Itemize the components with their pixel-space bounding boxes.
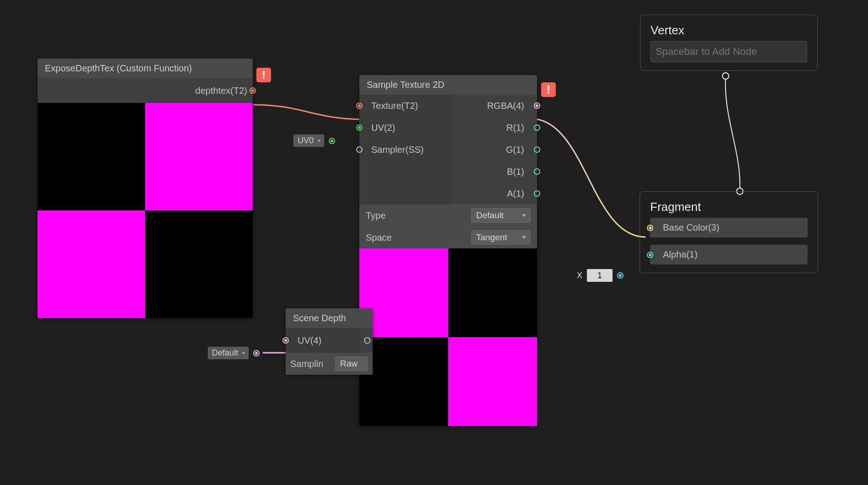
node-expose-depth-tex[interactable]: ExposeDepthTex (Custom Function) depthte…: [38, 59, 253, 318]
port-label-r: R(1): [506, 123, 524, 133]
port-alpha-value-out[interactable]: [617, 272, 624, 279]
node-scene-depth[interactable]: Scene Depth UV(4) O Samplin Raw: [286, 308, 373, 375]
warning-icon[interactable]: !: [256, 68, 271, 82]
port-out-r[interactable]: [534, 124, 540, 131]
node-preview: [38, 103, 253, 318]
slot-label-alpha: Alpha(1): [663, 249, 698, 260]
dropdown-type[interactable]: Default: [471, 208, 531, 223]
port-out-b[interactable]: [534, 168, 540, 175]
vertex-stack[interactable]: Vertex: [640, 15, 818, 71]
node-title: Scene Depth: [286, 308, 373, 328]
node-title: ExposeDepthTex (Custom Function): [38, 59, 253, 78]
port-label-b: B(1): [507, 167, 524, 177]
port-label-uv: UV(4): [298, 335, 321, 346]
fragment-title: Fragment: [650, 200, 808, 214]
port-label-a: A(1): [507, 189, 524, 199]
uv-channel-control: UV0: [293, 135, 335, 147]
slot-label-base-color: Base Color(3): [663, 222, 719, 233]
node-title: Sample Texture 2D: [359, 75, 537, 95]
prop-type-label: Type: [366, 210, 385, 221]
node-preview: [359, 248, 537, 426]
port-label-sampler: Sampler(SS): [371, 145, 423, 155]
chevron-down-icon: [522, 236, 526, 239]
scene-depth-uv-mode-control: Default: [208, 347, 260, 359]
port-out-g[interactable]: [534, 146, 540, 153]
port-label-depthtex: depthtex(T2): [195, 86, 247, 96]
alpha-value-control: X: [577, 269, 624, 282]
port-in-alpha[interactable]: [647, 252, 653, 258]
add-node-search[interactable]: [651, 41, 807, 62]
port-out-rgba[interactable]: [534, 102, 540, 109]
slot-alpha[interactable]: Alpha(1): [650, 245, 808, 264]
dropdown-space[interactable]: Tangent: [471, 230, 531, 245]
prop-sampling-label: Samplin: [290, 359, 323, 369]
port-label-rgba: RGBA(4): [487, 101, 524, 111]
port-label-out: O: [363, 335, 371, 346]
port-label-uv: UV(2): [371, 123, 395, 133]
dropdown-scene-depth-uv-mode[interactable]: Default: [208, 347, 249, 359]
chevron-down-icon: [522, 214, 526, 217]
svg-point-0: [722, 73, 729, 79]
fragment-stack[interactable]: Fragment Base Color(3) Alpha(1): [640, 191, 818, 273]
port-in-texture[interactable]: [356, 102, 363, 109]
prop-space-label: Space: [366, 232, 392, 243]
slot-base-color[interactable]: Base Color(3): [650, 218, 808, 237]
port-label-g: G(1): [506, 145, 524, 155]
chevron-down-icon: [317, 140, 321, 142]
port-out-depthtex[interactable]: [250, 87, 256, 94]
alpha-prefix-label: X: [577, 271, 582, 280]
dropdown-sampling[interactable]: Raw: [335, 356, 368, 371]
port-uv-mode-out[interactable]: [253, 350, 260, 356]
dropdown-uv-channel[interactable]: UV0: [293, 135, 324, 147]
port-label-texture: Texture(T2): [371, 101, 418, 111]
port-in-sampler[interactable]: [356, 146, 363, 153]
warning-icon[interactable]: !: [541, 82, 556, 97]
alpha-value-input[interactable]: [587, 269, 613, 282]
port-out-a[interactable]: [534, 190, 540, 197]
port-in-uv[interactable]: [356, 124, 363, 131]
port-uv-channel-out[interactable]: [329, 138, 335, 144]
chevron-down-icon: [242, 352, 245, 354]
node-sample-texture-2d[interactable]: Sample Texture 2D Texture(T2) UV(2) Samp…: [359, 75, 537, 426]
vertex-title: Vertex: [651, 23, 807, 38]
port-in-base-color[interactable]: [647, 225, 653, 231]
port-in-uv[interactable]: [282, 337, 289, 344]
